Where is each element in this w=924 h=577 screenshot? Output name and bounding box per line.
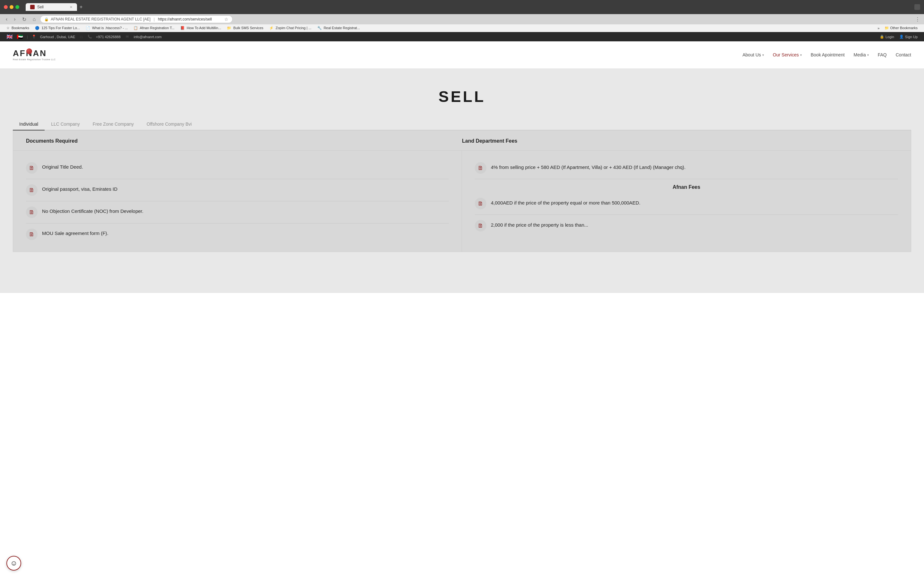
main-navigation: AFNAN Real Estate Registration Trustee L… <box>0 41 924 69</box>
bookmark-afnan-icon: 📋 <box>134 26 138 30</box>
other-bookmarks-icon: 📁 <box>885 26 889 30</box>
site-name: AFNAN REAL ESTATE REGISTRATION AGENT LLC… <box>51 17 150 21</box>
bookmarks-label[interactable]: ☆ Bookmarks <box>4 25 32 31</box>
bookmarks-bar: ☆ Bookmarks 🔵 125 Tips For Faster Lo... … <box>0 24 924 32</box>
website-content: 🇬🇧 🇦🇪 | 📍 Garhoud , Dubai, UAE □ 📞 +971 … <box>0 32 924 577</box>
bookmark-realestate[interactable]: 🔧 Real Estate Registrat... <box>315 25 363 31</box>
bookmark-afnan[interactable]: 📋 Afnan Registration T... <box>131 25 177 31</box>
active-tab[interactable]: Sell ✕ <box>26 3 77 11</box>
bookmark-realestate-icon: 🔧 <box>317 26 322 30</box>
minimize-button[interactable] <box>10 5 13 9</box>
back-button[interactable]: ‹ <box>4 16 9 23</box>
afnan-fee-icon-circle-1: 🗎 <box>475 198 486 210</box>
signup-label: Sign Up <box>905 35 918 39</box>
logo-sub-text: Real Estate Registration Trustee LLC <box>13 58 35 61</box>
nav-our-services-label: Our Services <box>773 52 799 57</box>
bookmark-zopim-icon: ⚡ <box>269 26 274 30</box>
utility-divider-3: ✉ <box>126 35 129 39</box>
url-bar[interactable]: 🔒 AFNAN REAL ESTATE REGISTRATION AGENT L… <box>40 15 233 23</box>
chat-icon: ☺ <box>10 559 17 567</box>
nav-media[interactable]: Media ▾ <box>854 52 869 57</box>
new-tab-button[interactable]: + <box>77 3 85 11</box>
maximize-button[interactable] <box>15 5 19 9</box>
logo-image: AFNAN Real Estate Registration Trustee L… <box>13 45 32 64</box>
afnan-fee-icon-1: 🗎 <box>478 200 483 207</box>
tab-llc-company[interactable]: LLC Company <box>45 118 86 131</box>
bookmark-multillin-text: How To Add Multillin... <box>187 26 221 30</box>
doc-icon-circle-1: 🗎 <box>26 162 37 174</box>
doc-icon-circle-3: 🗎 <box>26 206 37 218</box>
other-bookmarks-folder[interactable]: 📁 Other Bookmarks <box>882 25 920 31</box>
page-title-section: SELL <box>0 69 924 118</box>
traffic-lights <box>4 5 19 9</box>
nav-media-arrow: ▾ <box>867 53 869 57</box>
doc-icon-circle-4: 🗎 <box>26 229 37 240</box>
bookmark-htaccess-icon: 📄 <box>86 26 90 30</box>
utility-bar-right: 🔒 Login 👤 Sign Up <box>880 35 918 39</box>
tab-favicon <box>30 5 35 9</box>
land-fee-text-1: 4% from selling price + 580 AED (If Apar… <box>491 162 686 171</box>
bookmark-star-icon[interactable]: ☆ <box>224 17 228 22</box>
url-text: https://afnanrt.com/services/sell <box>158 17 212 21</box>
doc-text-1: Original Title Deed. <box>42 162 83 171</box>
login-button[interactable]: 🔒 Login <box>880 35 894 39</box>
home-button[interactable]: ⌂ <box>31 16 38 23</box>
login-label: Login <box>885 35 894 39</box>
bookmark-sms[interactable]: 📁 Bulk SMS Services <box>224 25 266 31</box>
close-button[interactable] <box>4 5 8 9</box>
tab-title: Sell <box>37 5 44 9</box>
signup-button[interactable]: 👤 Sign Up <box>899 35 918 39</box>
bookmark-zopim-text: Zopim Chat Pricing | ... <box>276 26 312 30</box>
fee-icon-circle-1: 🗎 <box>475 162 486 174</box>
person-icon: 👤 <box>899 35 904 39</box>
land-fee-item-1: 🗎 4% from selling price + 580 AED (If Ap… <box>475 157 898 179</box>
chat-widget[interactable]: ☺ <box>6 556 21 571</box>
afnan-fee-text-1: 4,000AED if the price of the property eq… <box>491 198 640 207</box>
doc-text-3: No Objection Certificate (NOC) from Deve… <box>42 206 144 215</box>
lock-icon: 🔒 <box>880 35 884 39</box>
nav-our-services[interactable]: Our Services ▾ <box>773 52 802 57</box>
bookmark-multillin-icon: 📕 <box>180 26 185 30</box>
nav-contact-label: Contact <box>896 52 911 57</box>
content-area: Documents Required Land Department Fees … <box>13 131 911 252</box>
browser-menu-icon[interactable]: ⋮ <box>915 16 920 23</box>
utility-email: info@afnanrt.com <box>134 35 162 39</box>
tab-individual-label: Individual <box>19 121 38 127</box>
address-separator: | <box>153 17 155 21</box>
utility-bar-left: 🇬🇧 🇦🇪 | 📍 Garhoud , Dubai, UAE □ 📞 +971 … <box>6 34 162 40</box>
nav-about-us[interactable]: About Us ▾ <box>742 52 764 57</box>
bookmark-tips[interactable]: 🔵 125 Tips For Faster Lo... <box>32 25 82 31</box>
bookmarks-overflow-button[interactable]: » <box>876 26 881 31</box>
refresh-button[interactable]: ↻ <box>20 16 28 23</box>
document-icon-2: 🗎 <box>29 187 35 193</box>
bookmarks-icon: ☆ <box>6 26 10 30</box>
location-icon: 📍 <box>32 35 36 39</box>
bookmark-htaccess[interactable]: 📄 What is .htaccess? - ... <box>83 25 130 31</box>
security-lock-icon: 🔒 <box>44 17 49 21</box>
fees-column: 🗎 4% from selling price + 580 AED (If Ap… <box>462 151 911 251</box>
flag-uk-icon: 🇬🇧 <box>6 34 13 40</box>
logo[interactable]: AFNAN Real Estate Registration Trustee L… <box>13 45 32 64</box>
flag-uae-icon: 🇦🇪 <box>17 34 23 40</box>
tab-free-zone[interactable]: Free Zone Company <box>86 118 140 131</box>
tab-offshore[interactable]: Offshore Company Bvi <box>140 118 198 131</box>
forward-button[interactable]: › <box>12 16 17 23</box>
extension-icon <box>914 4 920 10</box>
logo-ball <box>26 48 32 54</box>
bookmark-multillin[interactable]: 📕 How To Add Multillin... <box>178 25 224 31</box>
bookmark-zopim[interactable]: ⚡ Zopim Chat Pricing | ... <box>267 25 314 31</box>
tab-close-button[interactable]: ✕ <box>69 5 73 9</box>
afnan-fee-text-2: 2,000 if the price of the property is le… <box>491 220 588 229</box>
document-icon-1: 🗎 <box>29 165 35 171</box>
afnan-fee-item-1: 🗎 4,000AED if the price of the property … <box>475 193 898 215</box>
page-content: SELL Individual LLC Company Free Zone Co… <box>0 69 924 293</box>
tab-individual[interactable]: Individual <box>13 118 45 131</box>
bookmark-tips-text: 125 Tips For Faster Lo... <box>41 26 80 30</box>
nav-about-us-label: About Us <box>742 52 761 57</box>
docs-column-header: Documents Required <box>26 138 462 144</box>
nav-faq[interactable]: FAQ <box>878 52 887 57</box>
nav-contact[interactable]: Contact <box>896 52 911 57</box>
browser-chrome: Sell ✕ + ‹ › ↻ ⌂ 🔒 AFNAN REAL ESTATE REG… <box>0 0 924 32</box>
doc-item-1: 🗎 Original Title Deed. <box>26 157 449 179</box>
nav-book-appointment[interactable]: Book Apointment <box>811 52 845 57</box>
